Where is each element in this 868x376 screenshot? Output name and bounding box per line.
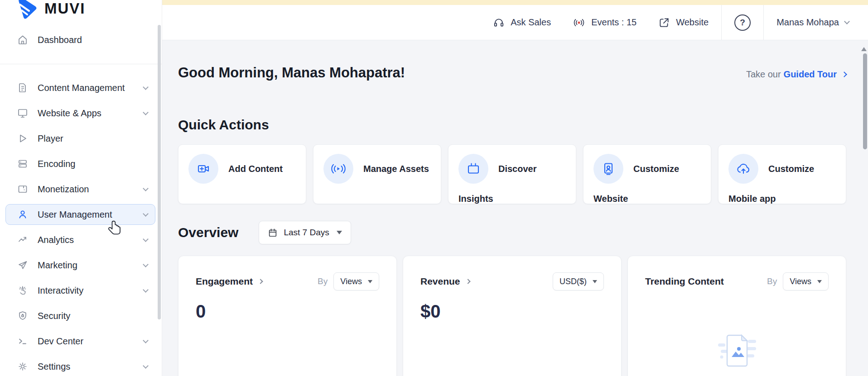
headset-icon <box>493 17 505 29</box>
sidebar-item-encoding[interactable]: Encoding <box>5 153 155 174</box>
sidebar-item-label: Security <box>38 311 70 321</box>
sidebar-item-label: Dev Center <box>38 336 83 347</box>
trending-filter-dropdown[interactable]: Views <box>783 272 829 290</box>
sidebar-item-marketing[interactable]: Marketing <box>5 255 155 276</box>
chevron-down-icon <box>143 363 149 369</box>
sidebar-item-content-management[interactable]: Content Management <box>5 77 155 98</box>
overview-row: Overview Last 7 Days <box>178 221 846 244</box>
user-menu[interactable]: Manas Mohapa <box>776 17 849 28</box>
customize-website-card[interactable]: Customize Website <box>583 144 711 204</box>
engagement-value: 0 <box>196 301 379 322</box>
header-divider <box>763 5 764 40</box>
main-content: Good Morning, Manas Mohapatra! Take our … <box>162 40 868 376</box>
sidebar-item-interactivity[interactable]: Interactivity <box>5 280 155 301</box>
chevron-down-icon <box>143 287 149 293</box>
chevron-down-icon <box>143 84 149 90</box>
sidebar-item-player[interactable]: Player <box>5 128 155 149</box>
events-button[interactable]: Events : 15 <box>573 17 637 29</box>
sidebar-item-label: Player <box>38 133 63 144</box>
interactivity-icon <box>17 285 28 296</box>
sidebar-item-label: Settings <box>38 362 70 372</box>
quick-actions-title: Quick Actions <box>178 117 846 133</box>
broadcast-icon <box>323 154 353 184</box>
revenue-title-link[interactable]: Revenue <box>420 276 470 287</box>
quick-action-label: Add Content <box>228 164 283 174</box>
ask-sales-button[interactable]: Ask Sales <box>493 17 551 29</box>
chevron-down-icon <box>143 211 149 217</box>
engagement-card: Engagement By Views 0 <box>178 256 397 376</box>
caret-down-icon <box>368 280 372 283</box>
help-icon: ? <box>734 14 751 31</box>
sidebar-divider <box>0 64 162 64</box>
revenue-currency-dropdown[interactable]: USD($) <box>553 272 604 290</box>
play-icon <box>17 133 28 144</box>
date-range-dropdown[interactable]: Last 7 Days <box>259 221 351 244</box>
sidebar-item-website-apps[interactable]: Website & Apps <box>5 103 155 124</box>
revenue-card: Revenue USD($) $0 <box>403 256 622 376</box>
revenue-currency-label: USD($) <box>559 277 587 286</box>
brand-name: MUVI <box>44 0 86 17</box>
notification-banner <box>162 0 868 5</box>
chevron-right-icon <box>465 279 470 284</box>
tv-icon <box>458 154 488 184</box>
brand-logo[interactable]: MUVI <box>0 0 162 20</box>
user-icon <box>17 209 28 220</box>
page-greeting: Good Morning, Manas Mohapatra! <box>178 65 405 81</box>
caret-down-icon <box>593 280 597 283</box>
engagement-filter-dropdown[interactable]: Views <box>333 272 379 290</box>
guided-tour-link[interactable]: Take our Guided Tour <box>746 69 846 80</box>
ask-sales-label: Ask Sales <box>511 17 551 28</box>
help-button[interactable]: ? <box>734 14 751 31</box>
sidebar-item-user-management[interactable]: User Management <box>5 204 155 225</box>
date-range-label: Last 7 Days <box>284 228 329 238</box>
calendar-icon <box>268 228 278 238</box>
scrollbar-up-arrow[interactable] <box>861 47 867 51</box>
engagement-title: Engagement <box>196 276 253 287</box>
chevron-right-icon <box>258 279 263 284</box>
sidebar-item-security[interactable]: Security <box>5 305 155 326</box>
guided-tour-label: Guided Tour <box>784 69 837 80</box>
overview-title: Overview <box>178 225 238 240</box>
no-data-image-icon <box>715 331 759 368</box>
sidebar-item-label: Interactivity <box>38 286 83 296</box>
events-label: Events : 15 <box>591 17 637 28</box>
muvi-logo-icon <box>17 0 37 20</box>
external-link-icon <box>658 17 670 29</box>
shield-lock-icon <box>17 310 28 321</box>
discover-insights-card[interactable]: Discover Insights <box>448 144 576 204</box>
revenue-title: Revenue <box>420 276 460 287</box>
chevron-down-icon <box>143 186 149 191</box>
monitor-icon <box>17 108 28 119</box>
sidebar-item-label: Analytics <box>38 235 74 245</box>
sidebar-item-label: Website & Apps <box>38 108 101 119</box>
main-scrollbar[interactable] <box>863 53 867 149</box>
sidebar-item-label: Marketing <box>38 260 77 271</box>
customize-mobile-app-card[interactable]: Customize Mobile app <box>718 144 846 204</box>
sidebar-nav: Dashboard Content Management Website & A… <box>0 29 162 376</box>
chevron-down-icon <box>844 19 850 24</box>
sidebar-item-dev-center[interactable]: Dev Center <box>5 331 155 352</box>
sidebar-item-analytics[interactable]: Analytics <box>5 229 155 250</box>
wallet-icon <box>17 184 28 195</box>
website-button[interactable]: Website <box>658 17 709 29</box>
add-content-card[interactable]: Add Content <box>178 144 306 204</box>
guided-tour-prefix: Take our <box>746 69 781 80</box>
sidebar-item-label: Encoding <box>38 159 75 169</box>
sidebar-item-label: User Management <box>38 209 112 220</box>
chevron-down-icon <box>143 236 149 242</box>
sidebar-item-monetization[interactable]: Monetization <box>5 179 155 200</box>
server-icon <box>17 158 28 169</box>
id-badge-icon <box>593 154 623 184</box>
by-label: By <box>318 276 328 286</box>
manage-assets-card[interactable]: Manage Assets <box>313 144 441 204</box>
engagement-filter-label: Views <box>340 277 362 286</box>
empty-state: No Data found <box>645 331 829 376</box>
sidebar-item-dashboard[interactable]: Dashboard <box>5 29 155 50</box>
sidebar-scrollbar[interactable] <box>158 25 161 319</box>
engagement-title-link[interactable]: Engagement <box>196 276 262 287</box>
chevron-down-icon <box>143 338 149 343</box>
cloud-upload-icon <box>728 154 758 184</box>
by-label: By <box>767 276 777 286</box>
sidebar-item-settings[interactable]: Settings <box>5 356 155 376</box>
trending-filter-label: Views <box>790 277 811 286</box>
